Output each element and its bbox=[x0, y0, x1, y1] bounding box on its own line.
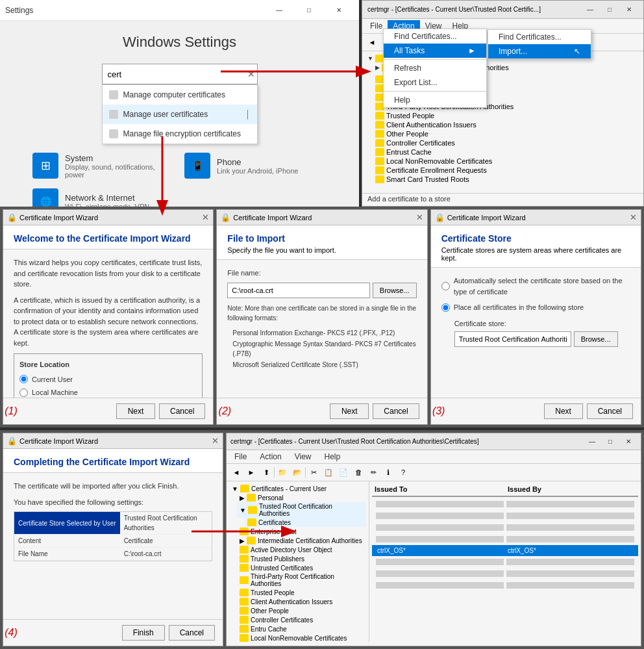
wizard2-close[interactable]: ✕ bbox=[416, 212, 423, 222]
tree-item-cai[interactable]: Client Authentication Issuers bbox=[373, 120, 641, 129]
certmgr-final-close[interactable]: ✕ bbox=[620, 436, 637, 448]
tree-item-cc[interactable]: Controller Certificates bbox=[373, 138, 641, 147]
search-clear-icon[interactable]: ✕ bbox=[247, 69, 255, 79]
submenu-find-certs[interactable]: Find Certificates... bbox=[488, 30, 591, 44]
tree-item-op[interactable]: Other People bbox=[373, 129, 641, 138]
dropdown-export[interactable]: Export List... bbox=[384, 75, 486, 90]
radio-manual-input[interactable] bbox=[441, 303, 450, 312]
wizard2-next[interactable]: Next bbox=[330, 403, 369, 419]
dropdown-help[interactable]: Help bbox=[384, 93, 486, 107]
final-tree-certs[interactable]: Certificates bbox=[245, 518, 366, 527]
final-tree-lnrc[interactable]: Local NonRemovable Certificates bbox=[237, 633, 366, 642]
settings-item-system[interactable]: ⊞ System Display, sound, notifications, … bbox=[32, 153, 175, 179]
final-tree-enterprise[interactable]: Enterprise Trust bbox=[237, 527, 366, 536]
final-menu-help[interactable]: Help bbox=[319, 451, 346, 463]
final-folder2[interactable]: 📂 bbox=[290, 465, 304, 479]
browse-button[interactable]: Browse... bbox=[373, 283, 417, 298]
final-help[interactable]: ? bbox=[396, 465, 410, 479]
final-folder[interactable]: 📁 bbox=[275, 465, 290, 479]
wizard3-cancel[interactable]: Cancel bbox=[587, 403, 633, 419]
final-tree-intermediate[interactable]: ▶ Intermediate Certification Authorities bbox=[237, 536, 366, 545]
list-row-7[interactable] bbox=[372, 568, 638, 579]
final-paste[interactable]: 📄 bbox=[336, 465, 351, 479]
list-row-2[interactable] bbox=[372, 510, 638, 522]
radio-manual[interactable]: Place all certificates in the following … bbox=[441, 302, 630, 313]
tree-item-sctr[interactable]: Smart Card Trusted Roots bbox=[373, 175, 641, 184]
radio-auto[interactable]: Automatically select the certificate sto… bbox=[441, 275, 630, 297]
cert-store-browse[interactable]: Browse... bbox=[574, 331, 618, 347]
final-tree-trustedroot[interactable]: ▼ Trusted Root Certification Authorities bbox=[237, 502, 366, 518]
radio-current-user[interactable]: Current User bbox=[19, 374, 197, 385]
settings-item-phone[interactable]: 📱 Phone Link your Android, iPhone bbox=[184, 153, 327, 179]
wizard1-next[interactable]: Next bbox=[116, 403, 155, 419]
list-row-8[interactable] bbox=[372, 579, 638, 591]
wizard3-close[interactable]: ✕ bbox=[630, 212, 637, 222]
tree-item-cer[interactable]: Certificate Enrollment Requests bbox=[373, 166, 641, 175]
final-tree-root[interactable]: ▼ Certificates - Current User bbox=[229, 484, 366, 493]
final-menu-file[interactable]: File bbox=[229, 451, 252, 463]
final-menu-action[interactable]: Action bbox=[254, 451, 286, 463]
dropdown-all-tasks[interactable]: All Tasks ► Find Certificates... Import.… bbox=[384, 44, 486, 58]
final-tree-cai[interactable]: Client Authentication Issuers bbox=[237, 597, 366, 606]
dropdown-refresh[interactable]: Refresh bbox=[384, 61, 486, 75]
dropdown-item-2[interactable]: Manage user certificates │ bbox=[103, 105, 257, 124]
list-row-1[interactable] bbox=[372, 498, 638, 510]
final-delete[interactable]: 🗑 bbox=[351, 465, 365, 479]
search-input[interactable] bbox=[102, 64, 258, 84]
wizard4-close[interactable]: ✕ bbox=[212, 436, 219, 446]
final-tree-personal[interactable]: ▶ Personal bbox=[237, 493, 366, 502]
back-button[interactable]: ◄ bbox=[365, 35, 379, 49]
radio-current-user-input[interactable] bbox=[19, 375, 28, 383]
minimize-button[interactable]: — bbox=[264, 0, 294, 21]
tree-item-tpeople[interactable]: Trusted People bbox=[373, 111, 641, 120]
final-menu-view[interactable]: View bbox=[290, 451, 317, 463]
final-tree-tprca[interactable]: Third-Party Root Certification Authoriti… bbox=[237, 572, 366, 588]
list-row-3[interactable] bbox=[372, 522, 638, 533]
dropdown-label: Help bbox=[394, 95, 410, 105]
dropdown-item-1[interactable]: Manage computer certificates bbox=[103, 85, 257, 105]
final-back[interactable]: ◄ bbox=[229, 465, 243, 479]
list-row-4[interactable] bbox=[372, 533, 638, 545]
final-tree-op[interactable]: Other People bbox=[237, 606, 366, 615]
final-rename[interactable]: ✏ bbox=[366, 465, 380, 479]
final-tree-tpeople[interactable]: Trusted People bbox=[237, 588, 366, 597]
file-input[interactable] bbox=[227, 283, 369, 298]
radio-local-machine[interactable]: Local Machine bbox=[19, 387, 197, 398]
wizard1-close[interactable]: ✕ bbox=[202, 212, 209, 222]
final-up[interactable]: ⬆ bbox=[259, 465, 273, 479]
wizard1-cancel[interactable]: Cancel bbox=[159, 403, 205, 419]
certmgr-close[interactable]: ✕ bbox=[620, 3, 638, 16]
dropdown-item-3[interactable]: Manage file encryption certificates bbox=[103, 124, 257, 144]
cert-store-input[interactable] bbox=[454, 331, 571, 347]
dropdown-find-certs[interactable]: Find Certificates... bbox=[384, 29, 486, 44]
list-row-highlighted[interactable]: ctrlX_OS* ctrlX_OS* bbox=[372, 545, 638, 556]
certmgr-minimize[interactable]: — bbox=[581, 3, 599, 16]
final-props[interactable]: ℹ bbox=[381, 465, 395, 479]
tree-item-lnrc[interactable]: Local NonRemovable Certificates bbox=[373, 157, 641, 166]
wizard4-cancel[interactable]: Cancel bbox=[169, 625, 215, 641]
certmgr-final-minimize[interactable]: — bbox=[584, 436, 601, 448]
expand-arrow: ▶ bbox=[375, 64, 380, 71]
final-forward[interactable]: ► bbox=[244, 465, 258, 479]
final-tree-tp[interactable]: Trusted Publishers bbox=[237, 554, 366, 563]
wizard4-finish[interactable]: Finish bbox=[122, 625, 165, 641]
final-tree-uc[interactable]: Untrusted Certificates bbox=[237, 563, 366, 572]
phone-icon: 📱 bbox=[184, 153, 210, 179]
folder-icon bbox=[240, 564, 249, 572]
radio-auto-input[interactable] bbox=[441, 282, 450, 290]
submenu-import[interactable]: Import... ↖ bbox=[488, 44, 591, 58]
final-copy[interactable]: 📋 bbox=[321, 465, 336, 479]
final-cut[interactable]: ✂ bbox=[306, 465, 321, 479]
certmgr-maximize[interactable]: □ bbox=[601, 3, 619, 16]
wizard2-cancel[interactable]: Cancel bbox=[373, 403, 419, 419]
radio-local-machine-input[interactable] bbox=[19, 388, 28, 397]
final-tree-cc[interactable]: Controller Certificates bbox=[237, 615, 366, 624]
close-button[interactable]: ✕ bbox=[324, 0, 354, 21]
list-row-6[interactable] bbox=[372, 556, 638, 568]
certmgr-final-maximize[interactable]: □ bbox=[602, 436, 619, 448]
final-tree-ad[interactable]: Active Directory User Object bbox=[237, 545, 366, 554]
wizard3-next[interactable]: Next bbox=[544, 403, 583, 419]
tree-item-ec[interactable]: Entrust Cache bbox=[373, 147, 641, 157]
final-tree-ec[interactable]: Entru Cache bbox=[237, 624, 366, 633]
maximize-button[interactable]: □ bbox=[294, 0, 324, 21]
